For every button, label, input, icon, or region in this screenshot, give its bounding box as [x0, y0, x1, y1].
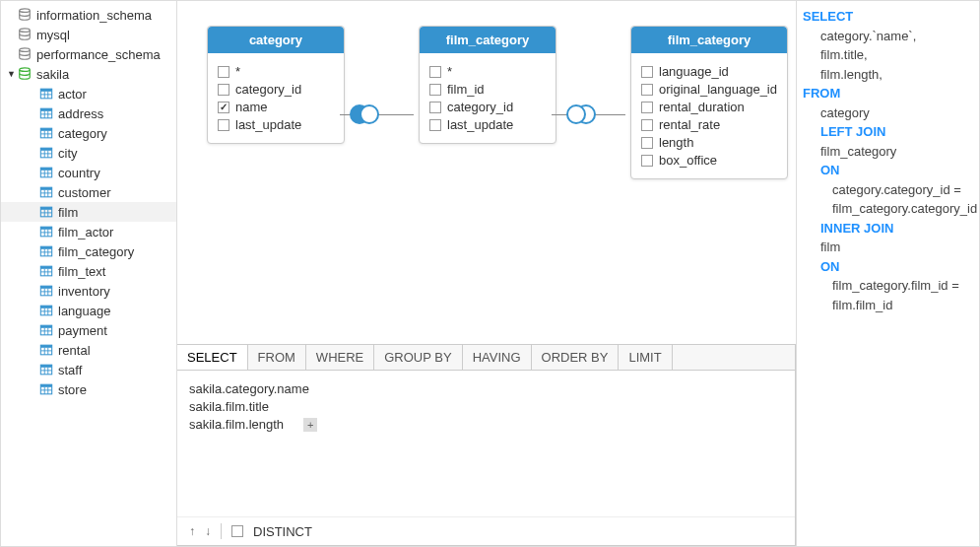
join-icon[interactable] — [566, 100, 596, 129]
table-item[interactable]: film_actor — [1, 222, 176, 241]
table-item[interactable]: language — [1, 301, 176, 320]
column-row[interactable]: last_update — [429, 117, 546, 132]
sql-line: film.length, — [803, 65, 973, 85]
db-item[interactable]: information_schema — [1, 5, 176, 25]
entity-title: film_category — [420, 27, 555, 53]
column-name: box_office — [659, 153, 717, 168]
diagram-canvas[interactable]: category*category_idnamelast_updatefilm_… — [177, 1, 796, 344]
svg-point-1 — [20, 29, 31, 33]
column-row[interactable]: original_language_id — [641, 82, 777, 97]
table-item[interactable]: country — [1, 163, 176, 182]
column-checkbox[interactable] — [641, 102, 653, 113]
move-up-button[interactable]: ↑ — [189, 524, 195, 538]
column-checkbox[interactable] — [641, 155, 653, 167]
collapse-icon[interactable]: ▼ — [7, 69, 17, 79]
table-item[interactable]: inventory — [1, 281, 176, 301]
table-item[interactable]: rental — [1, 340, 176, 360]
db-item[interactable]: performance_schema — [1, 44, 176, 64]
tab-having[interactable]: HAVING — [463, 345, 532, 370]
column-row[interactable]: rental_duration — [641, 100, 777, 114]
table-icon — [38, 363, 54, 376]
column-checkbox[interactable] — [218, 66, 229, 78]
table-icon — [38, 146, 54, 160]
svg-point-3 — [20, 68, 31, 72]
select-column-row[interactable]: sakila.film.length+ — [189, 417, 783, 432]
column-row[interactable]: box_office — [641, 153, 777, 168]
table-label: staff — [58, 363, 82, 377]
move-down-button[interactable]: ↓ — [205, 524, 211, 538]
table-icon — [38, 284, 54, 298]
table-item[interactable]: film — [1, 202, 176, 222]
column-checkbox[interactable] — [429, 102, 441, 113]
column-checkbox[interactable] — [218, 102, 229, 113]
tab-limit[interactable]: LIMIT — [619, 345, 672, 370]
table-item[interactable]: staff — [1, 360, 176, 379]
db-item-active[interactable]: ▼sakila — [1, 64, 176, 84]
entity-box[interactable]: film_category*film_idcategory_idlast_upd… — [419, 26, 556, 144]
db-label: performance_schema — [36, 47, 161, 62]
tab-from[interactable]: FROM — [248, 345, 306, 370]
table-icon — [38, 106, 54, 120]
distinct-checkbox[interactable] — [231, 525, 243, 537]
db-item[interactable]: mysql — [1, 25, 176, 44]
column-row[interactable]: category_id — [218, 82, 334, 97]
entity-box[interactable]: film_categorylanguage_idoriginal_languag… — [630, 26, 788, 179]
svg-rect-55 — [40, 286, 51, 289]
table-icon — [38, 185, 54, 199]
table-item[interactable]: store — [1, 379, 176, 399]
table-item[interactable]: film_category — [1, 241, 176, 261]
svg-rect-50 — [40, 266, 51, 269]
column-row[interactable]: language_id — [641, 64, 777, 79]
column-checkbox[interactable] — [429, 119, 441, 131]
table-item[interactable]: payment — [1, 320, 176, 340]
column-row[interactable]: last_update — [218, 117, 334, 132]
table-item[interactable]: film_text — [1, 261, 176, 281]
table-item[interactable]: actor — [1, 84, 176, 103]
table-icon — [38, 323, 54, 337]
svg-rect-75 — [40, 365, 51, 368]
column-row[interactable]: length — [641, 135, 777, 150]
select-column-row[interactable]: sakila.film.title — [189, 399, 783, 414]
sql-line: category.`name`, — [803, 27, 973, 46]
tab-order-by[interactable]: ORDER BY — [532, 345, 620, 370]
column-checkbox[interactable] — [641, 119, 653, 131]
schema-tree: information_schemamysqlperformance_schem… — [1, 1, 177, 546]
add-column-button[interactable]: + — [303, 418, 317, 432]
column-checkbox[interactable] — [641, 66, 653, 78]
column-row[interactable]: rental_rate — [641, 117, 777, 132]
column-row[interactable]: * — [218, 64, 334, 79]
column-checkbox[interactable] — [429, 66, 441, 78]
tab-select[interactable]: SELECT — [177, 345, 248, 370]
table-label: category — [58, 126, 107, 141]
table-item[interactable]: category — [1, 123, 176, 143]
table-item[interactable]: city — [1, 143, 176, 163]
table-label: address — [58, 106, 103, 121]
entity-box[interactable]: category*category_idnamelast_update — [207, 26, 345, 144]
table-item[interactable]: customer — [1, 182, 176, 202]
column-row[interactable]: name — [218, 100, 334, 114]
column-row[interactable]: * — [429, 64, 546, 79]
column-checkbox[interactable] — [641, 137, 653, 149]
column-row[interactable]: film_id — [429, 82, 546, 97]
distinct-label: DISTINCT — [253, 524, 312, 539]
table-label: store — [58, 382, 87, 397]
tab-where[interactable]: WHERE — [306, 345, 374, 370]
tab-group-by[interactable]: GROUP BY — [374, 345, 462, 370]
column-row[interactable]: category_id — [429, 100, 546, 114]
select-column-name: sakila.film.length — [189, 417, 284, 432]
table-label: film — [58, 205, 78, 220]
table-item[interactable]: address — [1, 103, 176, 123]
column-name: rental_duration — [659, 100, 745, 114]
column-checkbox[interactable] — [218, 84, 229, 96]
table-icon — [38, 225, 54, 239]
svg-point-0 — [20, 9, 31, 13]
table-label: inventory — [58, 284, 110, 299]
column-checkbox[interactable] — [218, 119, 229, 131]
select-column-row[interactable]: sakila.category.name — [189, 381, 783, 396]
join-icon[interactable] — [350, 100, 379, 129]
sql-line: INNER JOIN — [803, 219, 973, 239]
entity-title: category — [208, 27, 344, 53]
table-label: actor — [58, 87, 87, 102]
column-checkbox[interactable] — [429, 84, 441, 96]
column-checkbox[interactable] — [641, 84, 653, 96]
